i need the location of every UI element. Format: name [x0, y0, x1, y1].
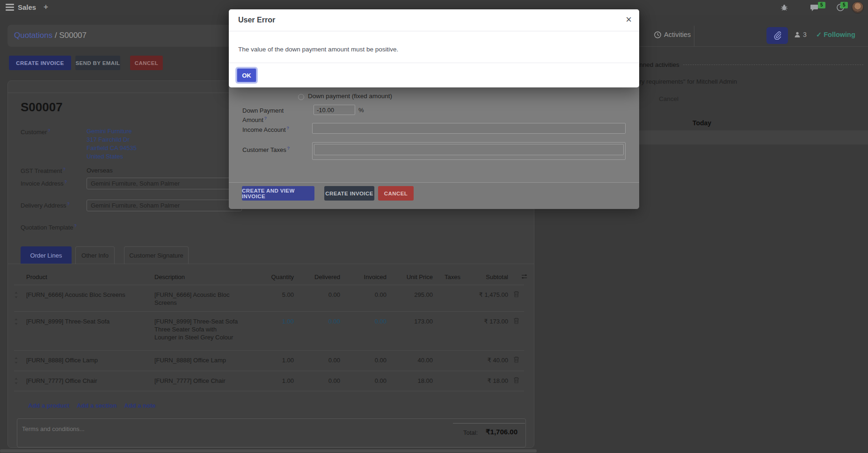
cell-invoiced[interactable]: 0.00 — [340, 351, 387, 371]
customer-city-link[interactable]: Fairfield CA 94535 — [87, 144, 137, 152]
tab-other-info[interactable]: Other Info — [75, 246, 115, 264]
add-a-note-link[interactable]: Add a note — [124, 402, 155, 409]
col-delivered[interactable]: Delivered — [294, 273, 340, 280]
customer-country-link[interactable]: United States — [87, 152, 137, 161]
cell-quantity[interactable]: 1.00 — [253, 351, 294, 371]
activity-cancel-link[interactable]: Cancel — [659, 95, 678, 102]
col-invoiced[interactable]: Invoiced — [340, 273, 387, 280]
gst-treatment-value: Overseas — [87, 167, 113, 174]
wizard-create-invoice-button[interactable]: CREATE INVOICE — [324, 186, 374, 201]
cell-product[interactable]: [FURN_7777] Office Chair — [26, 371, 154, 391]
wizard-cancel-button[interactable]: CANCEL — [378, 186, 414, 201]
new-tab-button[interactable]: + — [44, 2, 48, 12]
tab-customer-signature[interactable]: Customer Signature — [124, 246, 189, 264]
cell-invoiced[interactable]: 0.00 — [340, 312, 387, 350]
col-quantity[interactable]: Quantity — [253, 273, 294, 280]
cell-unit-price[interactable]: 40.00 — [387, 351, 433, 371]
cell-taxes[interactable] — [433, 351, 470, 371]
tab-order-lines[interactable]: Order Lines — [21, 246, 72, 264]
cell-quantity[interactable]: 5.00 — [253, 285, 294, 311]
order-line-row[interactable]: [FURN_7777] Office Chair [FURN_7777] Off… — [14, 371, 524, 391]
cell-taxes[interactable] — [433, 285, 470, 311]
cell-unit-price[interactable]: 173.00 — [387, 312, 433, 350]
down-payment-fixed-label[interactable]: Down payment (fixed amount) — [308, 93, 392, 100]
invoice-address-input[interactable] — [87, 178, 242, 189]
add-a-section-link[interactable]: Add a section — [77, 402, 117, 409]
cell-description[interactable]: [FURN_8999] Three-Seat SofaThree Seater … — [154, 312, 253, 350]
ok-button[interactable]: OK — [237, 68, 256, 82]
col-description[interactable]: Description — [154, 273, 253, 280]
terms-input[interactable] — [22, 425, 256, 432]
apps-menu-icon[interactable] — [6, 4, 14, 11]
cell-description[interactable]: [FURN_7777] Office Chair — [154, 371, 253, 391]
customer-taxes-input[interactable] — [314, 144, 624, 155]
attachments-button[interactable] — [766, 27, 788, 44]
order-line-row[interactable]: [FURN_8888] Office Lamp [FURN_8888] Offi… — [14, 351, 524, 371]
delivery-address-input[interactable] — [87, 200, 242, 211]
drag-handle-icon[interactable] — [14, 371, 26, 391]
send-by-email-button[interactable]: SEND BY EMAIL — [75, 56, 120, 70]
cell-description[interactable]: [FURN_8888] Office Lamp — [154, 351, 253, 371]
customer-street-link[interactable]: 317 Fairchild Dr — [87, 136, 137, 144]
cell-product[interactable]: [FURN_8888] Office Lamp — [26, 351, 154, 371]
cell-product[interactable]: [FURN_8999] Three-Seat Sofa — [26, 312, 154, 350]
debug-bug-icon[interactable] — [780, 4, 788, 11]
close-icon[interactable]: × — [626, 14, 632, 25]
cell-delivered[interactable]: 0.00 — [294, 371, 340, 391]
customer-label: Customer? — [21, 128, 50, 136]
cell-delivered[interactable]: 0.00 — [294, 285, 340, 311]
help-mark: ? — [67, 201, 70, 206]
error-modal-message: The value of the down payment amount mus… — [238, 46, 398, 53]
total-value: ₹1,706.00 — [486, 428, 518, 436]
col-taxes[interactable]: Taxes — [433, 273, 470, 280]
user-avatar[interactable] — [852, 1, 864, 14]
cell-taxes[interactable] — [433, 371, 470, 391]
income-account-input[interactable] — [312, 123, 626, 134]
horizontal-scrollbar[interactable] — [0, 449, 537, 453]
drag-handle-icon[interactable] — [14, 285, 26, 311]
cell-invoiced[interactable]: 0.00 — [340, 371, 387, 391]
app-name[interactable]: Sales — [18, 3, 36, 11]
delete-line-button[interactable] — [508, 285, 524, 311]
notebook-divider — [8, 264, 534, 264]
down-payment-fixed-radio[interactable] — [298, 94, 304, 100]
col-subtotal[interactable]: Subtotal — [470, 273, 508, 280]
cell-invoiced[interactable]: 0.00 — [340, 285, 387, 311]
optional-columns-icon[interactable] — [521, 273, 528, 280]
chatter-activities-button[interactable]: Activities — [654, 31, 691, 38]
cell-taxes[interactable] — [433, 312, 470, 350]
customer-name-link[interactable]: Gemini Furniture — [87, 127, 137, 136]
cell-delivered[interactable]: 0.00 — [294, 312, 340, 350]
breadcrumb-separator: / — [52, 31, 59, 40]
cell-unit-price[interactable]: 18.00 — [387, 371, 433, 391]
delete-line-button[interactable] — [508, 312, 524, 350]
col-product[interactable]: Product — [26, 273, 154, 280]
create-invoice-button[interactable]: CREATE INVOICE — [9, 56, 71, 70]
customer-taxes-field[interactable] — [312, 142, 626, 160]
cell-product[interactable]: [FURN_6666] Acoustic Bloc Screens — [26, 285, 154, 311]
cell-unit-price[interactable]: 295.00 — [387, 285, 433, 311]
drag-handle-icon[interactable] — [14, 351, 26, 371]
order-line-row[interactable]: [FURN_8999] Three-Seat Sofa [FURN_8999] … — [14, 312, 524, 351]
order-line-row[interactable]: [FURN_6666] Acoustic Bloc Screens [FURN_… — [14, 285, 524, 312]
terms-and-total-box — [17, 418, 526, 447]
followers-count: 3 — [803, 31, 807, 38]
cell-description[interactable]: [FURN_6666] Acoustic BlocScreens — [154, 285, 253, 311]
followers-button[interactable]: 3 — [794, 31, 807, 38]
cell-quantity[interactable]: 1.00 — [253, 371, 294, 391]
table-add-links: Add a product Add a section Add a note — [28, 402, 156, 409]
cell-quantity[interactable]: 1.00 — [253, 312, 294, 350]
breadcrumb-quotations[interactable]: Quotations — [14, 31, 52, 40]
cell-delivered[interactable]: 0.00 — [294, 351, 340, 371]
create-and-view-invoice-button[interactable]: CREATE AND VIEW INVOICE — [242, 186, 314, 201]
cancel-order-button[interactable]: CANCEL — [130, 56, 163, 70]
down-payment-amount-input[interactable] — [314, 105, 355, 115]
trash-icon — [513, 291, 519, 297]
following-button[interactable]: ✓ Following — [816, 31, 855, 38]
customer-value[interactable]: Gemini Furniture 317 Fairchild Dr Fairfi… — [87, 127, 137, 161]
col-unit-price[interactable]: Unit Price — [387, 273, 433, 280]
delete-line-button[interactable] — [508, 371, 524, 391]
drag-handle-icon[interactable] — [14, 312, 26, 350]
delete-line-button[interactable] — [508, 351, 524, 371]
add-a-product-link[interactable]: Add a product — [28, 402, 69, 409]
